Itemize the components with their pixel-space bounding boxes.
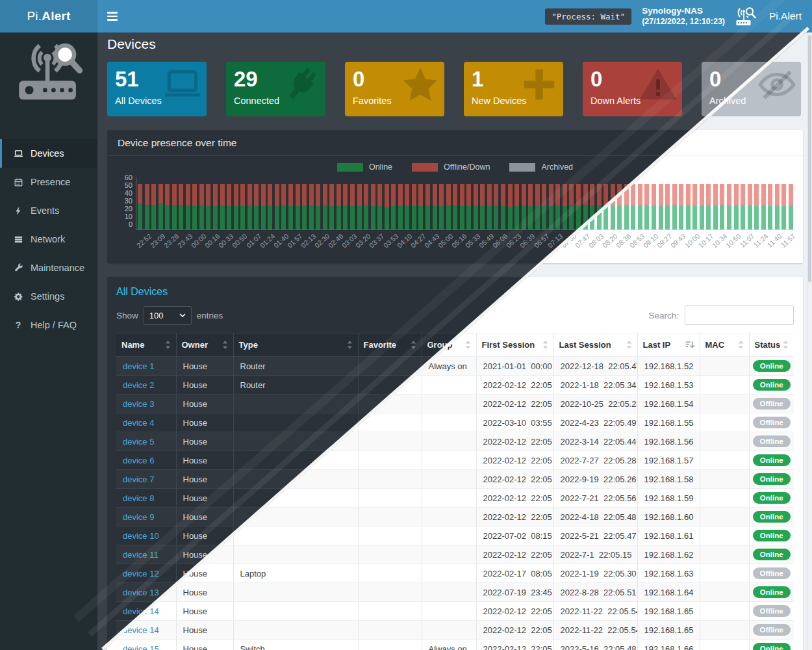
summary-box-new-devices[interactable]: 1New Devices [464, 62, 563, 116]
page-scrollbar[interactable] [807, 32, 812, 650]
online-segment [522, 205, 526, 229]
sort-icon[interactable] [165, 341, 171, 349]
cell-type [233, 395, 358, 413]
sort-icon[interactable] [222, 341, 228, 349]
column-header-status[interactable]: Status [749, 333, 794, 357]
presence-bar [789, 184, 793, 229]
sort-icon[interactable] [783, 341, 789, 349]
summary-box-down-alerts[interactable]: 0Down Alerts [583, 62, 682, 116]
presence-bar [528, 184, 533, 229]
device-link[interactable]: device 9 [123, 512, 154, 522]
column-header-last-ip[interactable]: Last IP [637, 333, 700, 357]
device-link[interactable]: device 12 [123, 569, 159, 578]
device-link[interactable]: device 3 [123, 399, 154, 409]
x-axis-tick: 22:52 [136, 230, 149, 259]
sidebar-item-maintenance[interactable]: Maintenance [0, 254, 97, 282]
presence-bar [508, 184, 513, 229]
cell-favorite [358, 432, 422, 451]
device-link[interactable]: device 11 [123, 550, 159, 560]
column-header-mac[interactable]: MAC [700, 333, 749, 357]
online-segment [261, 206, 266, 229]
sort-icon[interactable] [347, 341, 353, 349]
column-header-name[interactable]: Name [116, 333, 176, 357]
search-input[interactable] [685, 306, 794, 325]
online-segment [350, 206, 355, 229]
column-header-first-session[interactable]: First Session [476, 333, 553, 357]
presence-bar [309, 184, 314, 229]
online-segment [254, 206, 259, 229]
presence-bar [480, 184, 485, 229]
offline-segment [186, 184, 190, 205]
offline-segment [151, 184, 156, 205]
device-link[interactable]: device 2 [123, 380, 154, 390]
cell-last-session: 2022-5-21 22:05.47 [553, 526, 637, 545]
device-link[interactable]: device 7 [123, 474, 154, 484]
online-segment [754, 206, 759, 229]
sort-icon[interactable] [626, 341, 632, 349]
presence-bar [336, 184, 341, 229]
offline-segment [665, 184, 670, 205]
cell-last-ip: 192.168.1.65 [637, 621, 700, 640]
sidebar-item-events[interactable]: Events [0, 196, 97, 225]
x-axis-tick: 02:46 [327, 230, 341, 259]
navbar-brand[interactable]: Pi.Alert [0, 0, 97, 32]
device-link[interactable]: device 1 [123, 361, 154, 371]
device-link[interactable]: device 5 [123, 437, 154, 447]
cell-last-ip: 192.168.1.56 [637, 432, 700, 451]
offline-segment [439, 184, 444, 206]
column-header-favorite[interactable]: Favorite [358, 333, 422, 357]
sort-icon[interactable] [465, 341, 471, 349]
offline-segment [261, 184, 266, 206]
device-link[interactable]: device 4 [123, 418, 154, 428]
offline-segment [206, 184, 210, 206]
summary-box-favorites[interactable]: 0Favorites [345, 62, 444, 116]
summary-box-connected[interactable]: 29Connected [226, 62, 325, 116]
page-length-select[interactable]: 100 [144, 306, 192, 325]
sidebar-item-network[interactable]: Network [0, 225, 97, 254]
device-link[interactable]: device 8 [123, 493, 154, 503]
online-segment [563, 206, 567, 229]
cell-first-session: 2022-02-12 22:05 [476, 545, 553, 564]
laptop-icon [162, 64, 203, 105]
sidebar-item-label: Events [31, 205, 59, 216]
offline-segment [247, 184, 252, 205]
y-axis-tick: 20 [125, 205, 133, 213]
cell-status: Online [749, 545, 794, 564]
cell-mac [700, 489, 749, 508]
cell-group [422, 432, 476, 451]
online-segment [453, 205, 457, 229]
sidebar-item-settings[interactable]: Settings [0, 282, 97, 311]
cell-name: device 3 [116, 395, 176, 413]
online-segment [727, 205, 731, 229]
column-header-label: Last Session [559, 340, 611, 350]
offline-segment [706, 184, 711, 205]
cell-owner: House [176, 470, 233, 489]
sidebar-toggle-button[interactable] [97, 0, 127, 32]
sidebar-item-help-faq[interactable]: ?Help / FAQ [0, 311, 97, 339]
sidebar-item-devices[interactable]: Devices [0, 139, 97, 168]
sidebar-item-presence[interactable]: Presence [0, 168, 97, 196]
device-link[interactable]: device 10 [123, 531, 159, 541]
sort-icon[interactable] [738, 341, 744, 349]
online-segment [288, 206, 293, 229]
cell-last-ip: 192.168.1.53 [637, 376, 700, 395]
device-link[interactable]: device 15 [123, 644, 159, 650]
cell-mac [700, 526, 749, 545]
scrollbar-thumb[interactable] [808, 35, 811, 282]
cell-mac [700, 451, 749, 470]
online-segment [275, 206, 279, 229]
column-header-owner[interactable]: Owner [176, 333, 233, 357]
x-axis-tick: 02:13 [300, 230, 314, 259]
cell-owner: House [176, 451, 233, 470]
sort-desc-icon[interactable] [685, 341, 694, 349]
device-link[interactable]: device 13 [123, 588, 159, 597]
column-header-last-session[interactable]: Last Session [553, 333, 637, 357]
summary-box-all-devices[interactable]: 51All Devices [107, 62, 207, 116]
column-header-type[interactable]: Type [233, 333, 358, 357]
sort-icon[interactable] [542, 341, 548, 349]
device-link[interactable]: device 6 [123, 456, 154, 465]
cell-first-session: 2021-01-01 00:00 [476, 357, 553, 376]
cell-last-session: 2022-1-18 22:05.34 [553, 376, 637, 395]
cell-favorite [358, 621, 422, 640]
sort-icon[interactable] [411, 341, 416, 349]
